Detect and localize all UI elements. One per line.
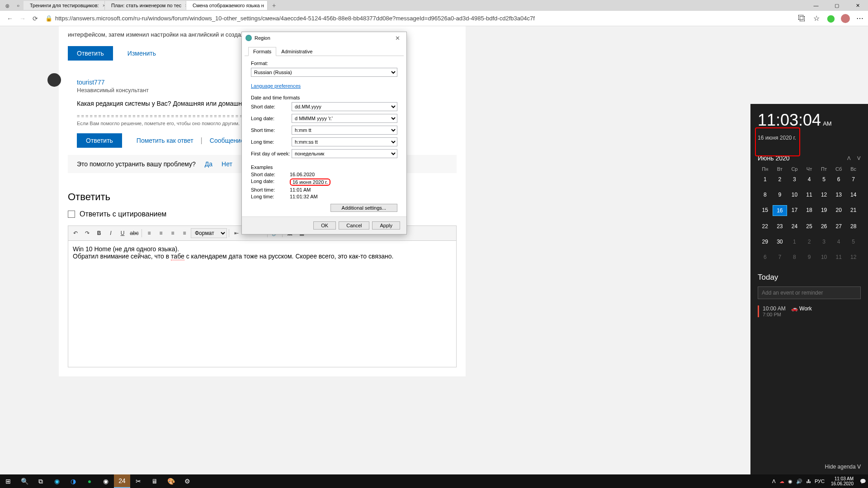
first-day-select[interactable]: понедельник (292, 149, 397, 158)
calendar-day[interactable]: 20 (831, 205, 846, 216)
calendar-day[interactable]: 7 (773, 252, 788, 262)
align-left-button[interactable]: ≡ (144, 228, 155, 239)
calendar-day[interactable]: 1 (787, 237, 802, 247)
calendar-day[interactable]: 18 (802, 205, 817, 216)
calendar-day[interactable]: 16 (773, 205, 788, 216)
url-input[interactable]: 🔒 https://answers.microsoft.com/ru-ru/wi… (45, 15, 794, 22)
edit-link[interactable]: Изменить (127, 50, 156, 57)
calendar-day[interactable]: 5 (816, 174, 831, 184)
calendar-day[interactable]: 14 (846, 190, 861, 200)
redo-button[interactable]: ↷ (82, 228, 93, 239)
calendar-day[interactable]: 12 (846, 252, 861, 262)
calendar-day[interactable]: 9 (802, 252, 817, 262)
tray-notifications-icon[interactable]: 💬 (860, 479, 866, 484)
dialog-close-button[interactable]: ✕ (392, 35, 403, 42)
browser-tab-1[interactable]: План: стать инженером по тес× (105, 1, 186, 10)
taskbar-telegram[interactable]: ◑ (65, 474, 81, 488)
tray-language[interactable]: РУС (815, 479, 825, 484)
calendar-day[interactable]: 2 (802, 237, 817, 247)
task-view-button[interactable]: ⧉ (33, 474, 49, 488)
calendar-day[interactable]: 10 (787, 190, 802, 200)
calendar-day[interactable]: 15 (758, 205, 773, 216)
calendar-day[interactable]: 3 (816, 237, 831, 247)
italic-button[interactable]: I (105, 228, 116, 239)
calendar-day[interactable]: 27 (831, 221, 846, 231)
apply-button[interactable]: Apply (372, 221, 400, 230)
forward-button[interactable]: → (16, 12, 29, 25)
tab-extension-icon-2[interactable]: ○ (13, 0, 24, 11)
refresh-button[interactable]: ⟳ (29, 12, 42, 25)
long-time-select[interactable]: h:mm:ss tt (292, 137, 397, 146)
tray-volume-icon[interactable]: 🔊 (796, 479, 802, 484)
short-date-select[interactable]: dd.MM.yyyy (292, 102, 397, 111)
reply-button[interactable]: Ответить (68, 46, 113, 61)
mark-answer-link[interactable]: Пометить как ответ (137, 137, 193, 144)
calendar-day[interactable]: 30 (773, 237, 788, 247)
menu-icon[interactable]: ⋯ (855, 14, 864, 23)
browser-tab-2[interactable]: Смена отображаемого языка н× (186, 1, 268, 10)
calendar-day[interactable]: 9 (773, 190, 788, 200)
agenda-event[interactable]: 10:00 AM 7:00 PM 🚗 Work (758, 305, 861, 317)
calendar-day[interactable]: 7 (846, 174, 861, 184)
calendar-day[interactable]: 4 (831, 237, 846, 247)
format-select[interactable]: Russian (Russia) (251, 68, 397, 77)
calendar-day[interactable]: 28 (846, 221, 861, 231)
calendar-month-label[interactable]: Июнь 2020 (758, 155, 790, 162)
quote-checkbox[interactable] (68, 211, 75, 218)
short-time-select[interactable]: h:mm tt (292, 126, 397, 135)
calendar-day[interactable]: 6 (758, 252, 773, 262)
calendar-day[interactable]: 10 (816, 252, 831, 262)
calendar-day[interactable]: 24 (787, 221, 802, 231)
browser-tab-0[interactable]: Тренинги для тестировщиков:× (24, 1, 105, 10)
profile-avatar[interactable] (841, 14, 850, 23)
calendar-day[interactable]: 29 (758, 237, 773, 247)
bold-button[interactable]: B (94, 228, 104, 239)
taskbar-edge[interactable]: ◉ (49, 474, 65, 488)
tray-cloud-icon[interactable]: ☁ (779, 479, 784, 484)
back-button[interactable]: ← (4, 12, 16, 25)
calendar-day[interactable]: 22 (758, 221, 773, 231)
strike-button[interactable]: abc (129, 228, 140, 239)
hide-agenda-button[interactable]: Hide agenda ᐯ (825, 464, 861, 470)
tab-administrative[interactable]: Administrative (276, 47, 317, 56)
align-center-button[interactable]: ≡ (156, 228, 166, 239)
user-avatar[interactable] (47, 73, 61, 87)
undo-button[interactable]: ↶ (70, 228, 81, 239)
taskbar-paint[interactable]: 🎨 (163, 474, 179, 488)
taskbar-app[interactable]: 24 (114, 474, 130, 488)
calendar-day[interactable]: 21 (846, 205, 861, 216)
calendar-day[interactable]: 6 (831, 174, 846, 184)
calendar-day[interactable]: 8 (758, 190, 773, 200)
long-date-select[interactable]: d MMMM yyyy 'г.' (292, 114, 397, 123)
calendar-next-button[interactable]: ᐯ (857, 155, 861, 161)
calendar-day[interactable]: 2 (773, 174, 788, 184)
calendar-day[interactable]: 13 (831, 190, 846, 200)
calendar-prev-button[interactable]: ᐱ (847, 155, 851, 161)
helpful-yes[interactable]: Да (205, 160, 212, 168)
align-right-button[interactable]: ≡ (167, 228, 178, 239)
search-button[interactable]: 🔍 (16, 474, 33, 488)
taskbar-spotify[interactable]: ● (81, 474, 98, 488)
calendar-day[interactable]: 5 (846, 237, 861, 247)
taskbar-mstsc[interactable]: 🖥 (146, 474, 163, 488)
tray-network-icon[interactable]: 🖧 (806, 479, 811, 484)
ok-button[interactable]: OK (313, 221, 336, 230)
language-preferences-link[interactable]: Language preferences (251, 83, 301, 89)
tab-extension-icon-1[interactable]: ◎ (2, 0, 13, 11)
underline-button[interactable]: U (117, 228, 128, 239)
minimize-button[interactable]: — (806, 0, 826, 11)
reply-button[interactable]: Ответить (77, 133, 122, 148)
taskbar-settings[interactable]: ⚙ (179, 474, 195, 488)
cancel-button[interactable]: Cancel (339, 221, 369, 230)
calendar-day[interactable]: 26 (816, 221, 831, 231)
calendar-day[interactable]: 8 (787, 252, 802, 262)
dialog-titlebar[interactable]: Region ✕ (242, 32, 406, 44)
align-justify-button[interactable]: ≡ (179, 228, 190, 239)
add-event-input[interactable] (758, 286, 861, 299)
start-button[interactable]: ⊞ (0, 474, 16, 488)
close-window-button[interactable]: ✕ (847, 0, 868, 11)
calendar-day[interactable]: 11 (831, 252, 846, 262)
translate-icon[interactable]: ⿻ (797, 14, 807, 23)
tab-formats[interactable]: Formats (248, 47, 276, 56)
outdent-button[interactable]: ⇤ (231, 228, 242, 239)
